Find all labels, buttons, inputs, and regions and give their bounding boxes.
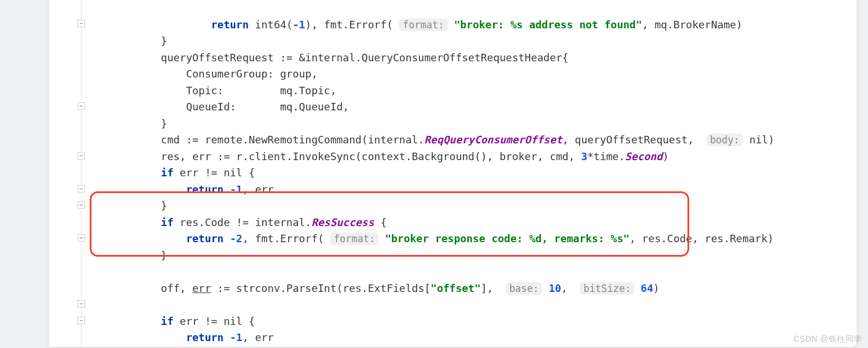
code-line[interactable] (81, 247, 856, 264)
code-line[interactable]: cmd := remote.NewRemotingCommand(interna… (81, 116, 856, 132)
code-line[interactable]: if err != nil { (81, 297, 856, 313)
code-line[interactable]: return -1, err (81, 313, 856, 330)
code-line[interactable]: return int64(-1), fmt.Errorf( format: "b… (81, 0, 856, 17)
code-line[interactable]: } (81, 231, 856, 247)
editor-surface: − − − − − − − − − return int64(-1), fmt.… (0, 0, 868, 348)
watermark: CSDN @铁柱同学 (793, 334, 862, 345)
code-line[interactable] (81, 280, 856, 297)
code-line[interactable]: ConsumerGroup: group, (81, 50, 856, 66)
code-line[interactable]: return -1, err (81, 165, 856, 182)
code-line[interactable]: if res.Code != internal.ResSuccess { (81, 198, 856, 214)
code-line[interactable]: QueueId: mq.QueueId, (81, 83, 856, 99)
code-line[interactable]: Topic: mq.Topic, (81, 66, 856, 83)
code-line[interactable]: } (81, 182, 856, 198)
code-line[interactable]: queryOffsetRequest := &internal.QueryCon… (81, 33, 856, 50)
gutter[interactable]: − − − − − − − − − (49, 0, 82, 347)
code-line[interactable]: } (81, 330, 856, 346)
code-line[interactable]: return -2, fmt.Errorf( format: "broker r… (81, 214, 856, 231)
code-area[interactable]: return int64(-1), fmt.Errorf( format: "b… (81, 0, 856, 347)
code-line[interactable]: } (81, 99, 856, 116)
code-line[interactable]: off, err := strconv.ParseInt(res.ExtFiel… (81, 264, 856, 280)
code-line[interactable]: res, err := r.client.InvokeSync(context.… (81, 132, 856, 149)
code-line[interactable]: if err != nil { (81, 149, 856, 165)
code-line[interactable]: } (81, 17, 856, 34)
editor-frame: − − − − − − − − − return int64(-1), fmt.… (49, 0, 856, 347)
